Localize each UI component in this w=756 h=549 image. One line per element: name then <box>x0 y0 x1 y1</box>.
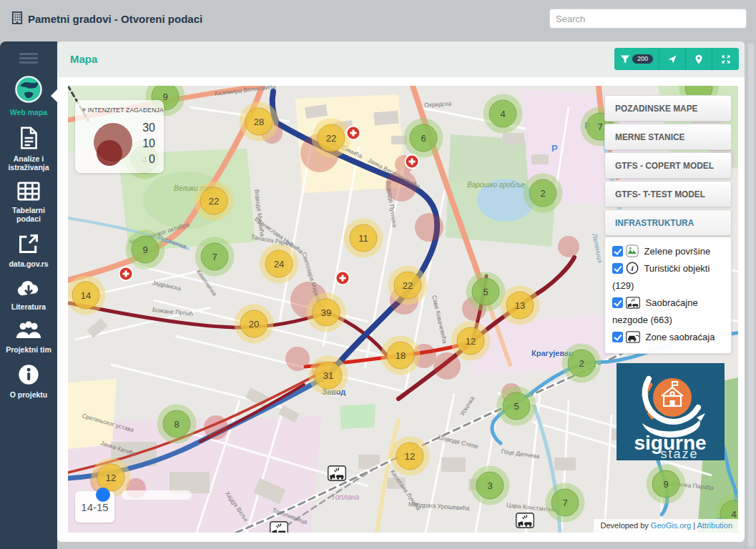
parking-label: P <box>551 143 558 154</box>
document-icon <box>19 127 39 149</box>
accident-zone-marker[interactable] <box>516 513 535 528</box>
layer-row-turisti-ki-objekti-129: i Turistički objekti (129) <box>612 260 725 295</box>
attribution-link[interactable]: Attribution <box>697 521 732 530</box>
cluster-marker-green[interactable]: 6 <box>410 124 438 152</box>
green-areas-icon <box>626 244 639 257</box>
cluster-marker-yellow[interactable]: 22 <box>200 187 228 215</box>
page-title: Mapa <box>70 53 97 65</box>
legend-circle-inner <box>97 140 122 166</box>
legend-value: 30 <box>142 120 155 136</box>
menu-toggle-icon[interactable] <box>19 53 38 64</box>
sidebar-item-tabelarni-podaci[interactable]: Tabelarni podaci <box>0 177 57 228</box>
sidebar-item-web-mapa[interactable]: Web mapa <box>0 71 57 122</box>
cluster-marker-yellow[interactable]: 24 <box>265 250 293 278</box>
app-title: Pametni gradovi - Otvoreni podaci <box>11 11 202 26</box>
sidebar-item-label: data.gov.rs <box>1 259 56 269</box>
cluster-marker-yellow[interactable]: 13 <box>506 292 534 320</box>
cluster-marker-green[interactable]: 2 <box>529 179 557 207</box>
locate-button[interactable] <box>659 48 686 70</box>
logo-line2: staze <box>660 447 698 460</box>
layers-panel: POZADINSKE MAPEMERNE STANICEGTFS - COPER… <box>604 95 732 354</box>
map-canvas[interactable]: Казимира ВељковићаОхридскаВелики паркВар… <box>68 86 738 533</box>
cluster-marker-green[interactable]: 7 <box>201 243 229 271</box>
geogis-link[interactable]: GeoGis.org <box>651 521 691 530</box>
cluster-marker-yellow[interactable]: 14 <box>72 282 100 310</box>
cloud-download-icon <box>16 278 41 297</box>
page: Pametni gradovi - Otvoreni podaci Mapa 2… <box>0 0 756 549</box>
cluster-marker-yellow[interactable]: 18 <box>387 342 415 370</box>
active-item-notch <box>51 89 57 102</box>
cluster-marker-green[interactable]: 8 <box>163 410 191 438</box>
page-scrollbar[interactable] <box>748 43 754 548</box>
cluster-marker-green[interactable]: 4 <box>489 100 517 128</box>
zoom-slider[interactable] <box>122 490 192 500</box>
filter-icon <box>620 54 630 64</box>
search-input[interactable] <box>549 9 747 29</box>
basemap-button[interactable] <box>686 48 712 70</box>
accident-zone-marker[interactable] <box>270 521 289 533</box>
panel-section-pozadinske-mape[interactable]: POZADINSKE MAPE <box>604 95 732 122</box>
medical-marker[interactable] <box>119 267 134 282</box>
content-header: Mapa 200 <box>57 41 745 77</box>
cluster-marker-yellow[interactable]: 20 <box>240 310 268 338</box>
cluster-marker-green[interactable]: 5 <box>472 278 500 306</box>
filter-count-badge: 200 <box>632 54 653 64</box>
layer-label: Saobraćajne nezgode (663) <box>612 297 698 325</box>
fullscreen-button[interactable] <box>712 48 739 70</box>
cluster-marker-yellow[interactable]: 28 <box>245 108 273 136</box>
accident-zone-marker[interactable] <box>328 465 347 481</box>
cluster-marker-green[interactable]: 2 <box>568 350 596 377</box>
layer-checkbox[interactable] <box>612 263 623 274</box>
panel-section-merne-stanice[interactable]: MERNE STANICE <box>604 124 732 150</box>
cluster-marker-yellow[interactable]: 11 <box>350 224 378 252</box>
panel-section-label: GTFS- T-TEST MODEL <box>615 189 705 199</box>
medical-marker[interactable] <box>405 154 420 169</box>
cluster-marker-yellow[interactable]: 12 <box>457 327 485 355</box>
legend-value: 10 <box>142 136 155 152</box>
layer-row-zone-saobra-aja: Zone saobraćaja <box>612 329 725 346</box>
panel-section-label: POZADINSKE MAPE <box>615 103 698 114</box>
legend-title: # INTENZITET ZAGAĐENJA <box>75 100 164 114</box>
cluster-marker-green[interactable]: 3 <box>476 472 504 500</box>
cluster-marker-yellow[interactable]: 31 <box>315 362 343 390</box>
cluster-marker-green[interactable]: 9 <box>132 236 159 264</box>
sidebar-item-analize[interactable]: Analize i istraživanja <box>0 122 57 177</box>
layer-row-zelene-povr-ine: Zelene površine <box>612 243 725 260</box>
sidebar: Web mapaAnalize i istraživanjaTabelarni … <box>0 41 57 549</box>
car-crash-icon <box>626 297 640 309</box>
sidebar-item-literatura[interactable]: Literatura <box>0 273 57 316</box>
layer-checkbox[interactable] <box>612 332 623 342</box>
map-place-label: Варошко гробље <box>467 181 525 189</box>
sidebar-item-label: Literatura <box>1 302 56 312</box>
info-icon <box>18 364 39 385</box>
cluster-marker-yellow[interactable]: 22 <box>394 272 422 300</box>
map-place-label: Крагујевац <box>531 349 574 357</box>
panel-section-gtfs-t-test-model[interactable]: GTFS- T-TEST MODEL <box>604 181 732 207</box>
layer-checkbox[interactable] <box>612 297 623 308</box>
cluster-marker-green[interactable]: 5 <box>503 392 531 420</box>
sidebar-item-o-projektu[interactable]: O projektu <box>0 359 57 404</box>
sidebar-item-label: O projektu <box>1 390 56 400</box>
building-icon <box>11 11 23 26</box>
sidebar-item-data-gov-rs[interactable]: data.gov.rs <box>0 228 57 273</box>
app-title-text: Pametni gradovi - Otvoreni podaci <box>28 13 202 25</box>
medical-marker[interactable] <box>346 126 361 141</box>
cluster-marker-yellow[interactable]: 22 <box>318 124 345 152</box>
cluster-marker-green[interactable]: 9 <box>652 470 680 498</box>
layer-label: Zelene površine <box>642 246 710 257</box>
layer-label: Zone saobraćaja <box>643 332 715 342</box>
cluster-marker-green[interactable]: 7 <box>551 489 579 517</box>
cluster-marker-yellow[interactable]: 39 <box>313 299 340 327</box>
map-place-label: Топлана <box>331 493 359 501</box>
filter-button[interactable]: 200 <box>614 48 659 70</box>
panel-section-gtfs-copert-model[interactable]: GTFS - COPERT MODEL <box>604 152 732 179</box>
panel-section-infrastruktura[interactable]: INFRASTRUKTURA <box>604 209 732 236</box>
layer-row-saobra-ajne-nezgode-663: Saobraćajne nezgode (663) <box>612 295 725 329</box>
sidebar-item-projektni-tim[interactable]: Projektni tim <box>0 315 57 359</box>
layer-checkbox[interactable] <box>612 246 623 257</box>
medical-marker[interactable] <box>335 271 350 286</box>
panel-section-label: INFRASTRUKTURA <box>615 217 694 228</box>
zoom-slider-handle[interactable] <box>96 488 110 502</box>
expand-icon <box>721 54 731 64</box>
cluster-marker-yellow[interactable]: 12 <box>396 442 424 470</box>
